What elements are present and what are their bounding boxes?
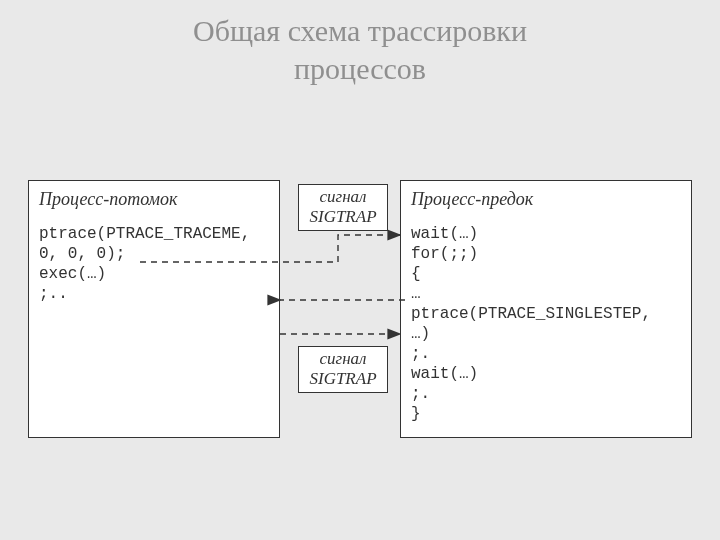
diagram-title: Общая схема трассировки процессов bbox=[0, 12, 720, 87]
box-child-process: Процесс-потомок ptrace(PTRACE_TRACEME, 0… bbox=[28, 180, 280, 438]
box-parent-code: wait(…) for(;;) { … ptrace(PTRACE_SINGLE… bbox=[411, 224, 681, 424]
signal-label-bottom-line2: SIGTRAP bbox=[309, 369, 376, 388]
box-parent-title: Процесс-предок bbox=[411, 189, 681, 210]
box-child-title: Процесс-потомок bbox=[39, 189, 269, 210]
diagram-stage: Общая схема трассировки процессов Процес… bbox=[0, 0, 720, 540]
signal-label-top-line2: SIGTRAP bbox=[309, 207, 376, 226]
signal-label-top: сигнал SIGTRAP bbox=[298, 184, 388, 231]
box-child-code: ptrace(PTRACE_TRACEME, 0, 0, 0); exec(…)… bbox=[39, 224, 269, 304]
box-parent-process: Процесс-предок wait(…) for(;;) { … ptrac… bbox=[400, 180, 692, 438]
signal-label-bottom: сигнал SIGTRAP bbox=[298, 346, 388, 393]
title-line-1: Общая схема трассировки bbox=[193, 14, 527, 47]
signal-label-top-line1: сигнал bbox=[319, 187, 366, 206]
title-line-2: процессов bbox=[294, 52, 426, 85]
signal-label-bottom-line1: сигнал bbox=[319, 349, 366, 368]
